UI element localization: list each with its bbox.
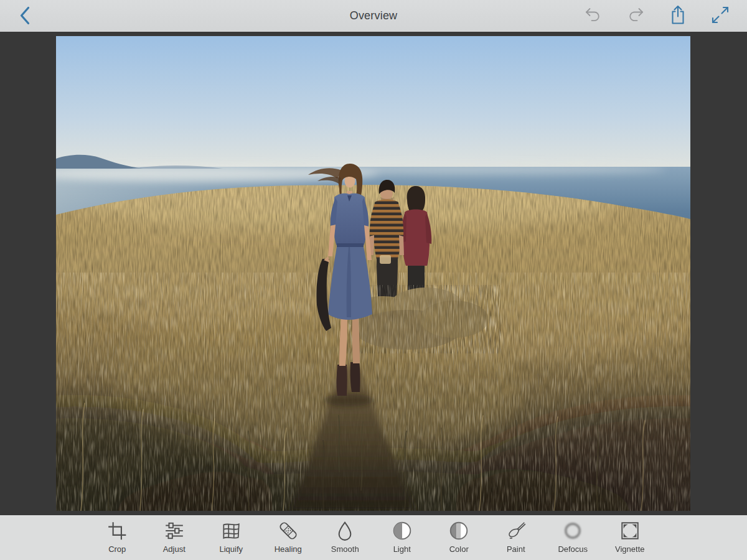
- tools-toolbar: Crop Adjust Liquify Healing Smooth Light…: [0, 515, 747, 560]
- smooth-icon: [334, 520, 355, 541]
- tool-liquify-button[interactable]: Liquify: [203, 515, 260, 560]
- tool-light-button[interactable]: Light: [374, 515, 431, 560]
- tool-label: Crop: [108, 544, 126, 554]
- healing-icon: [278, 520, 299, 541]
- undo-icon: [583, 6, 603, 26]
- tool-label: Adjust: [163, 544, 186, 554]
- expand-icon: [710, 5, 730, 27]
- top-bar: Overview: [0, 0, 747, 32]
- tool-label: Color: [449, 544, 469, 554]
- undo-button[interactable]: [583, 6, 604, 27]
- photo-scene: [56, 36, 690, 511]
- tool-smooth-button[interactable]: Smooth: [317, 515, 374, 560]
- tool-label: Vignette: [615, 544, 644, 554]
- tool-vignette-button[interactable]: Vignette: [601, 515, 659, 560]
- photo-sky: [56, 36, 690, 185]
- light-icon: [392, 520, 413, 541]
- tool-label: Healing: [275, 544, 302, 554]
- paint-icon: [505, 520, 527, 541]
- defocus-icon: [562, 520, 583, 541]
- share-button[interactable]: [667, 6, 688, 27]
- liquify-icon: [220, 520, 242, 541]
- tool-label: Liquify: [219, 544, 243, 554]
- topbar-actions: [583, 0, 731, 32]
- tool-paint-button[interactable]: Paint: [487, 515, 545, 560]
- share-icon: [668, 4, 688, 27]
- color-icon: [448, 520, 469, 541]
- vignette-icon: [619, 520, 641, 541]
- tool-color-button[interactable]: Color: [431, 515, 488, 560]
- tool-label: Light: [393, 544, 411, 554]
- tool-adjust-button[interactable]: Adjust: [146, 515, 203, 560]
- fullscreen-button[interactable]: [710, 6, 731, 27]
- photo-canvas[interactable]: [56, 36, 690, 511]
- tool-label: Defocus: [558, 544, 588, 554]
- tool-healing-button[interactable]: Healing: [260, 515, 317, 560]
- tool-label: Paint: [507, 544, 525, 554]
- editor-canvas: [0, 32, 747, 515]
- tool-crop-button[interactable]: Crop: [89, 515, 146, 560]
- redo-icon: [626, 6, 646, 26]
- crop-icon: [106, 520, 128, 541]
- tool-defocus-button[interactable]: Defocus: [545, 515, 602, 560]
- adjust-icon: [164, 520, 185, 541]
- app-window: Overview: [0, 0, 747, 560]
- tool-label: Smooth: [331, 544, 359, 554]
- redo-button[interactable]: [625, 6, 646, 27]
